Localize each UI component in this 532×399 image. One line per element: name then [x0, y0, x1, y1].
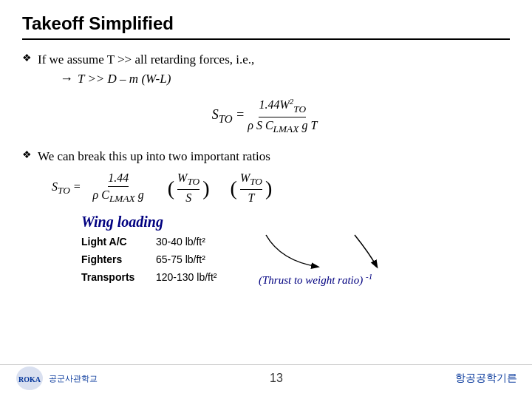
paren1-num: WTO — [177, 171, 200, 190]
wing-table: Light A/C 30-40 lb/ft² Fighters 65-75 lb… — [81, 233, 244, 286]
logo-text: 공군사관학교 — [49, 373, 98, 384]
bullet-diamond-1: ❖ — [22, 52, 32, 64]
title-section: Takeoff Simplified — [22, 13, 510, 40]
formula-1-box: STO = 1.44W2TO ρ S CLMAX g T — [22, 97, 510, 135]
paren2-num: WTO — [240, 171, 262, 190]
bullet-diamond-2: ❖ — [22, 149, 32, 161]
f1-numerator: 1.44W2TO — [259, 97, 306, 117]
row-value-2: 120-130 lb/ft² — [156, 269, 217, 287]
footer: ROKA 공군사관학교 13 항공공학기른 — [0, 364, 532, 392]
thrust-ratio-area: (Thrust to weight ratio) -1 — [259, 231, 406, 287]
curved-arrows-svg — [259, 231, 406, 272]
table-row: Light A/C 30-40 lb/ft² — [81, 233, 244, 251]
logo-area: ROKA 공군사관학교 — [15, 365, 98, 392]
bullet-2-text: We can break this up into two important … — [38, 147, 270, 166]
paren-group-2: ( WTO T ) — [231, 171, 273, 205]
row-value-0: 30-40 lb/ft² — [156, 233, 205, 251]
f2-lhs: STO = — [52, 180, 81, 197]
f1-lhs: STO = — [212, 107, 245, 126]
page-title: Takeoff Simplified — [22, 13, 174, 33]
row-label-2: Transports — [81, 269, 144, 287]
bullet-2: ❖ We can break this up into two importan… — [22, 147, 510, 166]
f2-numerator: 1.44 — [108, 171, 129, 187]
wing-loading-section: Wing loading Light A/C 30-40 lb/ft² Figh… — [81, 214, 244, 286]
thrust-ratio-label: (Thrust to weight ratio) -1 — [259, 272, 372, 287]
page: Takeoff Simplified ❖ If we assume T >> a… — [0, 0, 532, 399]
f2-denominator: ρ CLMAX g — [93, 187, 144, 205]
row-label-1: Fighters — [81, 251, 144, 269]
formula-1: STO = 1.44W2TO ρ S CLMAX g T — [212, 97, 321, 135]
paren2-den: T — [248, 190, 254, 205]
wing-loading-title: Wing loading — [81, 214, 244, 231]
formula-2-area: STO = 1.44 ρ CLMAX g ( WTO S ) ( WTO T — [52, 171, 510, 205]
svg-text:ROKA: ROKA — [18, 375, 41, 383]
table-row: Fighters 65-75 lb/ft² — [81, 251, 244, 269]
course-name: 항공공학기른 — [455, 372, 517, 385]
arrow-1: → — [60, 71, 73, 86]
logo-icon: ROKA — [15, 365, 44, 392]
paren1-fraction: WTO S — [177, 171, 200, 205]
bullet-1: ❖ If we assume T >> all retarding forces… — [22, 50, 510, 88]
f2-fraction: 1.44 ρ CLMAX g — [93, 171, 144, 205]
bullet-1-text: If we assume T >> all retarding forces, … — [38, 50, 254, 69]
f1-fraction: 1.44W2TO ρ S CLMAX g T — [248, 97, 317, 135]
paren-group-1: ( WTO S ) — [168, 171, 210, 205]
row-value-1: 65-75 lb/ft² — [156, 251, 205, 269]
paren2-fraction: WTO T — [240, 171, 262, 205]
paren1-den: S — [185, 190, 191, 205]
table-row: Transports 120-130 lb/ft² — [81, 269, 244, 287]
f1-denominator: ρ S CLMAX g T — [248, 117, 317, 135]
row-label-0: Light A/C — [81, 233, 144, 251]
bullet-1-sub: T >> D – m (W-L) — [78, 69, 171, 89]
page-number: 13 — [270, 372, 283, 385]
